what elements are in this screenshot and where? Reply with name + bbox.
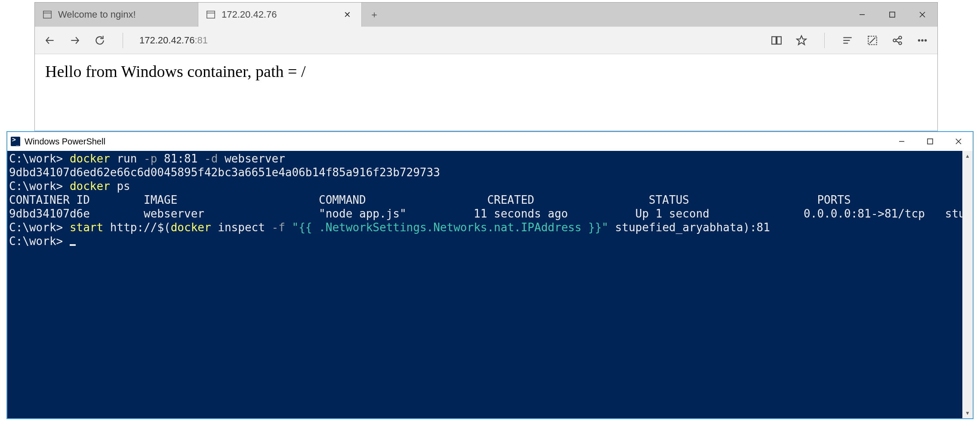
- page-icon: [43, 10, 52, 19]
- tab-title: Welcome to nginx!: [58, 9, 136, 20]
- favorites-icon[interactable]: [795, 34, 808, 47]
- reading-view-icon[interactable]: [770, 34, 783, 47]
- window-controls: [847, 3, 937, 27]
- forward-button[interactable]: [68, 34, 81, 47]
- scroll-up-icon[interactable]: ▲: [962, 151, 973, 161]
- minimize-button[interactable]: [847, 3, 877, 27]
- url-port: :81: [194, 35, 208, 46]
- back-button[interactable]: [43, 34, 56, 47]
- nav-bar: 172.20.42.76:81: [35, 27, 937, 54]
- separator: [123, 33, 123, 48]
- ps-table-row: 9dbd34107d6e webserver "node app.js" 11 …: [9, 207, 962, 220]
- powershell-title: Windows PowerShell: [25, 137, 105, 147]
- svg-rect-11: [777, 37, 781, 44]
- page-heading: Hello from Windows container, path = /: [45, 62, 927, 81]
- share-icon[interactable]: [891, 34, 904, 47]
- page-icon: [206, 10, 216, 19]
- prompt: C:\work>: [9, 221, 70, 234]
- close-button[interactable]: [907, 3, 937, 27]
- cmd-flag: -f: [272, 221, 285, 234]
- address-bar[interactable]: 172.20.42.76:81: [139, 35, 208, 46]
- svg-point-23: [918, 40, 920, 41]
- url-host: 172.20.42.76: [139, 35, 194, 46]
- cmd-docker: docker: [171, 221, 211, 234]
- svg-point-24: [921, 40, 923, 41]
- cmd-arg: ps: [110, 180, 130, 193]
- scrollbar[interactable]: ▲ ▼: [962, 151, 973, 418]
- notes-icon[interactable]: [866, 34, 879, 47]
- more-icon[interactable]: [916, 34, 929, 47]
- tab-welcome-nginx[interactable]: Welcome to nginx!: [35, 3, 198, 27]
- browser-window: Welcome to nginx! 172.20.42.76 ✕ ＋: [34, 2, 938, 131]
- cmd-flag: -d: [204, 152, 218, 165]
- powershell-icon: [11, 137, 20, 146]
- powershell-titlebar: Windows PowerShell: [7, 132, 973, 151]
- close-button[interactable]: [944, 132, 973, 151]
- cmd-format-expr: "{{ .NetworkSettings.Networks.nat.IPAddr…: [292, 221, 609, 234]
- svg-rect-2: [207, 11, 215, 18]
- cmd-docker: docker: [70, 180, 110, 193]
- cmd-docker: docker: [70, 152, 110, 165]
- tab-ip-address[interactable]: 172.20.42.76 ✕: [198, 3, 362, 27]
- plus-icon: ＋: [370, 8, 379, 21]
- maximize-button[interactable]: [877, 3, 907, 27]
- svg-point-25: [925, 40, 926, 41]
- tab-strip: Welcome to nginx! 172.20.42.76 ✕ ＋: [35, 3, 937, 27]
- cmd-arg: run: [110, 152, 144, 165]
- terminal-output[interactable]: C:\work> docker run -p 81:81 -d webserve…: [7, 151, 962, 418]
- tab-title: 172.20.42.76: [222, 9, 277, 20]
- svg-rect-27: [928, 139, 933, 144]
- minimize-button[interactable]: [888, 132, 916, 151]
- hub-icon[interactable]: [841, 34, 854, 47]
- cmd-arg: webserver: [218, 152, 285, 165]
- svg-marker-12: [797, 36, 806, 45]
- cmd-arg: 81:81: [157, 152, 204, 165]
- svg-rect-5: [890, 12, 895, 17]
- cmd-arg: http://$(: [103, 221, 171, 234]
- page-content: Hello from Windows container, path = /: [35, 54, 937, 131]
- cmd-flag: -p: [144, 152, 157, 165]
- prompt: C:\work>: [9, 152, 70, 165]
- svg-line-22: [896, 41, 899, 43]
- space: [285, 221, 292, 234]
- refresh-button[interactable]: [93, 34, 106, 47]
- ps-table-header: CONTAINER ID IMAGE COMMAND CREATED STATU…: [9, 193, 962, 206]
- scroll-down-icon[interactable]: ▼: [962, 408, 973, 418]
- container-hash: 9dbd34107d6ed62e66c6d0045895f42bc3a6651e…: [9, 166, 440, 179]
- new-tab-button[interactable]: ＋: [362, 3, 387, 27]
- powershell-window: Windows PowerShell C:\work> docker run -…: [6, 131, 974, 419]
- window-controls: [888, 132, 973, 151]
- cmd-arg: inspect: [211, 221, 272, 234]
- svg-line-21: [896, 38, 899, 40]
- maximize-button[interactable]: [916, 132, 944, 151]
- cmd-start: start: [70, 221, 103, 234]
- cursor: [70, 244, 76, 246]
- svg-line-17: [870, 37, 875, 43]
- close-icon[interactable]: ✕: [341, 9, 354, 20]
- prompt: C:\work>: [9, 180, 70, 193]
- prompt: C:\work>: [9, 235, 70, 248]
- svg-rect-0: [43, 11, 51, 18]
- svg-rect-10: [772, 37, 776, 44]
- separator: [824, 33, 825, 48]
- cmd-arg: stupefied_aryabhata):81: [608, 221, 770, 234]
